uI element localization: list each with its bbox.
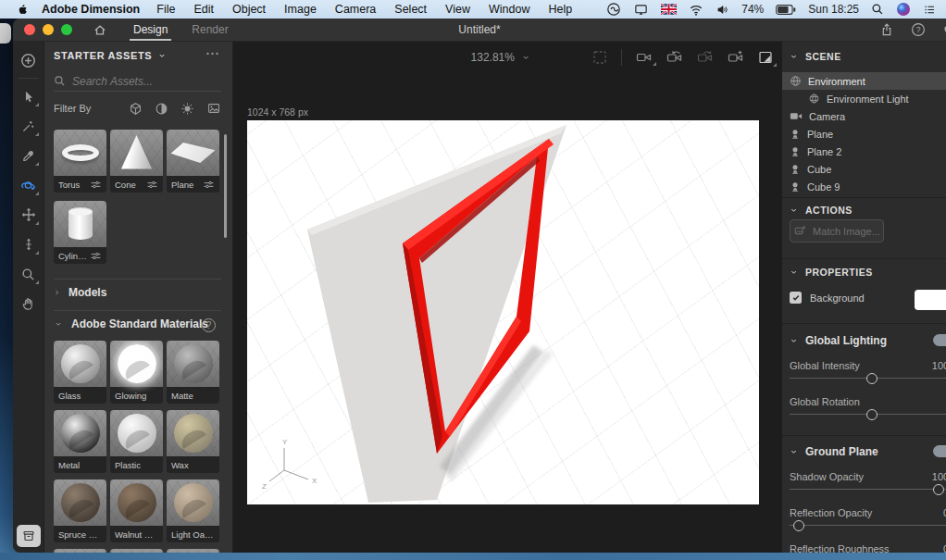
sliders-icon[interactable] — [90, 252, 102, 260]
control-list-icon[interactable] — [923, 4, 937, 16]
global-intensity-slider-knob[interactable] — [866, 373, 878, 384]
reflection-opacity-slider[interactable] — [790, 520, 946, 531]
menu-view[interactable]: View — [445, 3, 470, 16]
menu-window[interactable]: Window — [489, 3, 529, 16]
tab-design[interactable]: Design — [133, 19, 168, 41]
camera-add-icon[interactable] — [728, 50, 744, 64]
tool-add-asset[interactable] — [16, 46, 42, 74]
menubar-app-name[interactable]: Adobe Dimension — [42, 3, 140, 16]
material-tile-walnut-w[interactable]: Walnut W... — [110, 479, 163, 542]
menu-image[interactable]: Image — [284, 3, 317, 16]
global-lighting-toggle[interactable] — [933, 334, 946, 346]
camera-undo-icon[interactable] — [666, 50, 683, 64]
camera-switch-icon[interactable] — [636, 51, 653, 64]
home-icon[interactable] — [93, 23, 107, 37]
scene-item-cube-9[interactable]: Cube 9 — [782, 178, 946, 195]
display-icon[interactable] — [633, 3, 649, 17]
menu-help[interactable]: Help — [548, 3, 572, 16]
zoom-window-button[interactable] — [61, 24, 72, 35]
properties-section-header[interactable]: PROPERTIES — [790, 267, 873, 278]
reflection-opacity-slider-knob[interactable] — [793, 520, 804, 531]
background-color-swatch[interactable] — [915, 290, 946, 310]
tool-hand[interactable] — [16, 290, 42, 317]
global-intensity-slider[interactable] — [790, 373, 946, 384]
scene-item-plane-2[interactable]: Plane 2 — [782, 143, 946, 160]
asset-tile-cone[interactable]: Cone — [110, 130, 163, 193]
ground-plane-header[interactable]: Ground Plane — [790, 445, 878, 458]
volume-icon[interactable] — [716, 4, 729, 16]
search-input[interactable] — [72, 75, 202, 88]
asset-tile-cylinder[interactable]: Cylinder — [54, 201, 106, 264]
render-preview-icon[interactable] — [758, 50, 773, 65]
scene-item-camera[interactable]: Camera — [782, 107, 946, 125]
tool-orbit[interactable] — [16, 171, 42, 199]
sliders-icon[interactable] — [146, 180, 158, 189]
spotlight-search-icon[interactable] — [871, 3, 884, 16]
filter-materials-icon[interactable] — [155, 102, 168, 116]
scene-item-cube[interactable]: Cube — [782, 160, 946, 178]
creative-cloud-icon[interactable] — [606, 2, 621, 17]
menu-file[interactable]: File — [156, 3, 175, 16]
asset-tile-plane[interactable]: Plane — [167, 130, 219, 193]
assets-panel-header[interactable]: STARTER ASSETS — [54, 50, 167, 61]
tool-magic-wand[interactable] — [16, 112, 42, 140]
global-lighting-header[interactable]: Global Lighting — [790, 334, 887, 347]
filter-lights-icon[interactable] — [180, 102, 194, 116]
minimize-window-button[interactable] — [43, 24, 54, 35]
more-options-icon[interactable] — [205, 51, 219, 56]
filter-images-icon[interactable] — [206, 102, 221, 116]
scene-item-environment[interactable]: Environment — [782, 72, 946, 90]
models-section-header[interactable]: Models — [54, 286, 106, 299]
tool-select[interactable] — [16, 82, 42, 110]
help-icon[interactable]: ? — [911, 22, 926, 37]
material-tile-glowing[interactable]: Glowing — [110, 341, 163, 404]
render-queue-button[interactable] — [17, 525, 41, 547]
material-tile-spruce-wo[interactable]: Spruce Wo... — [54, 479, 106, 542]
dashed-square-icon[interactable] — [592, 50, 607, 65]
tool-zoom-tool[interactable] — [16, 260, 42, 288]
scene-item-plane[interactable]: Plane — [782, 125, 946, 143]
scene-section-header[interactable]: SCENE — [790, 51, 841, 62]
tool-pan[interactable] — [16, 201, 42, 229]
zoom-control[interactable]: 132.81% — [471, 51, 530, 64]
share-icon[interactable] — [879, 22, 894, 38]
tool-dolly[interactable] — [16, 230, 42, 258]
shadow-opacity-slider-knob[interactable] — [933, 484, 944, 495]
material-tile-matte[interactable]: Matte — [167, 341, 219, 404]
close-window-button[interactable] — [24, 24, 35, 35]
material-tile-light-oak[interactable]: Light Oak ... — [167, 479, 219, 542]
global-rotation-slider[interactable] — [790, 409, 946, 420]
sliders-icon[interactable] — [90, 180, 102, 189]
material-tile-metal[interactable]: Metal — [54, 410, 106, 473]
match-image-button[interactable]: Match Image... — [790, 219, 884, 243]
tab-render[interactable]: Render — [192, 19, 228, 41]
global-rotation-slider-knob[interactable] — [866, 409, 878, 420]
shadow-opacity-slider[interactable] — [790, 484, 946, 495]
ground-plane-toggle[interactable] — [933, 445, 946, 457]
menu-camera[interactable]: Camera — [335, 3, 376, 16]
menu-object[interactable]: Object — [232, 3, 266, 16]
asset-search[interactable] — [54, 71, 221, 92]
apple-logo-icon[interactable] — [17, 3, 29, 17]
scene-item-environment-light[interactable]: Environment Light — [782, 90, 946, 107]
camera-redo-icon[interactable] — [697, 50, 714, 64]
document-canvas[interactable]: Y X Z — [247, 120, 759, 504]
material-tile-glass[interactable]: Glass — [54, 341, 106, 404]
actions-section-header[interactable]: ACTIONS — [790, 205, 853, 216]
uk-flag-icon[interactable] — [661, 4, 677, 15]
asset-tile-torus[interactable]: Torus — [54, 130, 106, 193]
pin-icon[interactable] — [942, 22, 946, 38]
menu-edit[interactable]: Edit — [193, 3, 214, 16]
materials-section-header[interactable]: Adobe Standard Materials — [54, 317, 208, 330]
material-tile-plastic[interactable]: Plastic — [110, 410, 163, 473]
tool-sampler[interactable] — [16, 142, 42, 169]
assets-scrollbar[interactable] — [224, 134, 227, 238]
material-tile-wax[interactable]: Wax — [167, 410, 219, 473]
siri-icon[interactable] — [896, 2, 911, 17]
menu-select[interactable]: Select — [394, 3, 427, 16]
materials-help-icon[interactable]: ? — [202, 318, 216, 332]
background-checkbox[interactable] — [790, 292, 802, 304]
menubar-clock[interactable]: Sun 18:25 — [808, 3, 859, 16]
filter-models-icon[interactable] — [129, 102, 143, 116]
sliders-icon[interactable] — [203, 180, 215, 189]
